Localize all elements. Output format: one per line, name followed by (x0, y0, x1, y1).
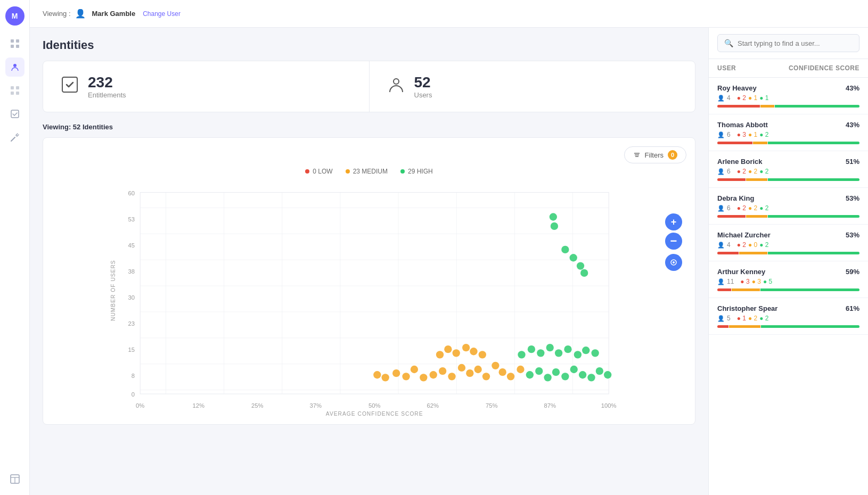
chart-controls: Filters 0 (52, 146, 686, 163)
svg-point-45 (430, 371, 437, 378)
user-list: Roy Heavey 43% 👤 4 ● 2 ● 1 ● 1 Thomas Ab… (709, 78, 868, 495)
avatar[interactable]: M (5, 6, 24, 26)
svg-point-50 (474, 366, 481, 373)
badge-red: ● 2 (737, 94, 746, 102)
svg-point-64 (544, 374, 551, 381)
badge-orange: ● 2 (748, 204, 757, 212)
svg-point-48 (458, 364, 465, 372)
user-entitlements: 6 (727, 168, 731, 175)
svg-rect-7 (11, 92, 14, 95)
svg-text:62%: 62% (427, 402, 439, 409)
user-entitlements: 5 (727, 315, 731, 322)
search-box: 🔍 (709, 28, 868, 59)
content-wrapper: Identities 232 Entitlements (30, 28, 868, 495)
list-item[interactable]: Debra King 53% 👤 6 ● 2 ● 2 ● 2 (709, 188, 868, 225)
list-item[interactable]: Christopher Spear 61% 👤 5 ● 1 ● 2 ● 2 (709, 298, 868, 335)
badge-green: ● 2 (759, 204, 768, 212)
user-score: 61% (846, 304, 859, 312)
list-item[interactable]: Thomas Abbott 43% 👤 6 ● 3 ● 1 ● 2 (709, 114, 868, 151)
svg-point-76 (555, 349, 562, 357)
stat-users: 52 Users (369, 61, 695, 112)
svg-point-68 (579, 371, 586, 378)
svg-rect-1 (16, 39, 19, 43)
sidebar-icon-analytics[interactable] (5, 81, 24, 100)
svg-point-60 (470, 348, 477, 355)
scatter-svg: 60 53 45 38 30 23 15 8 0 0% 12% 25% 37% (52, 182, 686, 416)
bar-green (768, 252, 859, 254)
svg-point-69 (587, 374, 595, 381)
badge-green: ● 2 (759, 241, 768, 249)
sidebar-icon-check[interactable] (5, 104, 24, 123)
user-score: 51% (846, 158, 859, 166)
sidebar-icon-tool[interactable] (5, 128, 24, 147)
svg-point-66 (561, 373, 569, 380)
svg-text:45: 45 (128, 242, 135, 249)
sidebar-icon-table[interactable] (5, 469, 24, 489)
stat-entitlements-info: 232 Entitlements (88, 74, 126, 99)
legend-dot-low (305, 169, 309, 174)
badge-red: ● 3 (740, 278, 749, 285)
svg-point-49 (466, 369, 473, 377)
svg-point-78 (574, 351, 582, 358)
list-item[interactable]: Arthur Kenney 59% 👤 11 ● 3 ● 3 ● 5 (709, 261, 868, 298)
badge-green: ● 5 (763, 278, 772, 285)
viewing-info: Viewing: 52 Identities (43, 123, 695, 131)
sidebar-icon-users[interactable] (5, 57, 24, 77)
bar-red (717, 105, 760, 108)
svg-point-73 (528, 345, 535, 353)
svg-point-86 (580, 269, 588, 277)
svg-point-4 (13, 64, 17, 67)
svg-text:37%: 37% (309, 402, 322, 409)
badge-orange: ● 2 (748, 168, 757, 175)
zoom-reset-button[interactable] (665, 254, 682, 271)
svg-point-54 (507, 373, 514, 380)
svg-point-61 (479, 351, 486, 358)
list-item[interactable]: Arlene Borick 51% 👤 6 ● 2 ● 2 ● 2 (709, 151, 868, 188)
confidence-bar (717, 105, 859, 108)
users-count: 52 (414, 74, 432, 91)
search-input[interactable] (738, 39, 853, 47)
user-name: Thomas Abbott (717, 121, 768, 129)
svg-point-53 (499, 368, 506, 376)
badge-orange: ● 0 (748, 241, 757, 249)
filters-label: Filters (645, 151, 664, 159)
badge-red: ● 3 (737, 131, 746, 138)
change-user-link[interactable]: Change User (143, 10, 181, 18)
bar-green (775, 105, 859, 108)
svg-point-67 (570, 366, 578, 373)
legend-label-high: 29 HIGH (408, 168, 433, 175)
bar-orange (746, 178, 767, 181)
svg-text:12%: 12% (192, 402, 204, 409)
user-item-top: Arlene Borick 51% (717, 158, 859, 166)
badge-red: ● 2 (737, 241, 746, 249)
user-score: 43% (846, 84, 859, 92)
svg-point-71 (604, 371, 611, 378)
svg-point-51 (482, 373, 490, 380)
svg-text:53: 53 (128, 216, 135, 222)
list-item[interactable]: Roy Heavey 43% 👤 4 ● 2 ● 1 ● 1 (709, 78, 868, 114)
svg-text:23: 23 (128, 320, 135, 327)
badge-orange: ● 1 (748, 131, 757, 138)
list-item[interactable]: Michael Zurcher 53% 👤 4 ● 2 ● 0 ● 2 (709, 225, 868, 261)
zoom-in-button[interactable]: + (665, 213, 682, 230)
svg-point-82 (551, 222, 558, 230)
stat-users-info: 52 Users (414, 74, 432, 99)
zoom-out-button[interactable]: − (665, 233, 682, 250)
user-entitlements: 4 (727, 241, 731, 249)
filters-button[interactable]: Filters 0 (624, 146, 686, 163)
confidence-bar (717, 288, 859, 291)
user-meta-icon: 👤 (717, 205, 725, 212)
svg-point-58 (453, 349, 460, 357)
svg-point-56 (436, 351, 444, 358)
sidebar-icon-grid[interactable] (5, 34, 24, 53)
bar-orange (746, 215, 767, 218)
bar-orange (729, 325, 760, 328)
user-meta-icon: 👤 (717, 315, 725, 322)
stat-entitlements: 232 Entitlements (43, 61, 369, 112)
legend-medium: 23 MEDIUM (346, 168, 388, 175)
svg-text:50%: 50% (369, 402, 381, 409)
user-meta-icon: 👤 (717, 278, 725, 285)
user-score: 53% (846, 231, 859, 239)
chart-legend: 0 LOW 23 MEDIUM 29 HIGH (52, 168, 686, 175)
bar-orange (753, 142, 767, 144)
